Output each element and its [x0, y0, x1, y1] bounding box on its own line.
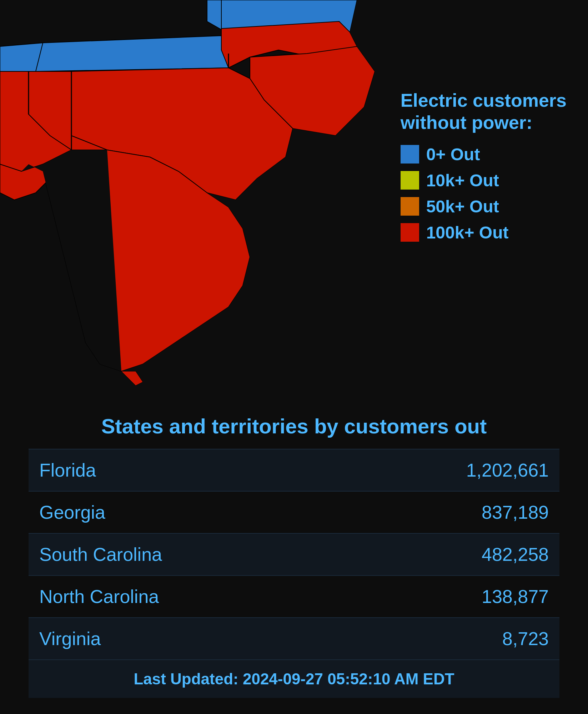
- last-updated: Last Updated: 2024-09-27 05:52:10 AM EDT: [29, 659, 559, 698]
- state-count: 138,877: [482, 586, 549, 607]
- legend-box: Electric customers without power: 0+ Out…: [401, 89, 567, 249]
- table-row: North Carolina138,877: [29, 575, 559, 617]
- table-row: Georgia837,189: [29, 491, 559, 533]
- legend-item-2: 50k+ Out: [401, 197, 567, 216]
- legend-item-3: 100k+ Out: [401, 223, 567, 242]
- legend-title: Electric customers without power:: [401, 89, 567, 134]
- map-section: Electric customers without power: 0+ Out…: [0, 0, 588, 393]
- legend-color-0: [401, 145, 419, 164]
- data-section: States and territories by customers out …: [0, 393, 588, 714]
- legend-label-3: 100k+ Out: [426, 223, 509, 242]
- state-name: Georgia: [39, 502, 105, 523]
- state-name: North Carolina: [39, 586, 159, 607]
- table-row: South Carolina482,258: [29, 533, 559, 575]
- table-row: Virginia8,723: [29, 617, 559, 659]
- state-count: 482,258: [482, 544, 549, 565]
- legend-item-0: 0+ Out: [401, 145, 567, 164]
- state-count: 837,189: [482, 502, 549, 523]
- legend-label-2: 50k+ Out: [426, 197, 499, 216]
- legend-label-0: 0+ Out: [426, 145, 480, 164]
- legend-item-1: 10k+ Out: [401, 171, 567, 190]
- state-count: 1,202,661: [466, 459, 549, 481]
- state-name: Florida: [39, 459, 96, 481]
- legend-color-3: [401, 223, 419, 242]
- legend-color-2: [401, 197, 419, 216]
- state-name: South Carolina: [39, 544, 162, 565]
- legend-color-1: [401, 171, 419, 190]
- state-count: 8,723: [502, 628, 549, 649]
- state-name: Virginia: [39, 628, 101, 649]
- table-row: Florida1,202,661: [29, 449, 559, 491]
- legend-label-1: 10k+ Out: [426, 171, 499, 190]
- section-title: States and territories by customers out: [29, 414, 559, 438]
